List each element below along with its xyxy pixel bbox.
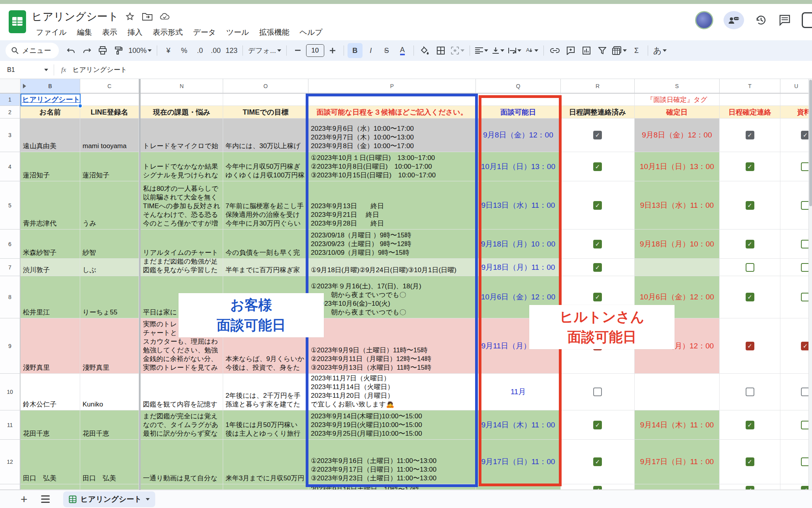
- cell-candidates[interactable]: ①2023年10月１日(日曜日) 13:00~17:00 ②2023年10月8日…: [308, 152, 476, 181]
- cell-confirmed-date[interactable]: [635, 259, 720, 276]
- cell-candidates[interactable]: ①2023年9月16日（土曜日）11:00〜13:00 ②2023年9月17日（…: [308, 440, 476, 484]
- vertical-align-button[interactable]: [491, 43, 506, 58]
- avatar[interactable]: [695, 11, 713, 29]
- row-header-2[interactable]: 2: [0, 106, 21, 119]
- cell-goal[interactable]: [223, 484, 308, 490]
- cell-available[interactable]: 9月17日（日）11：00: [476, 440, 561, 484]
- move-to-folder-icon[interactable]: [142, 11, 152, 22]
- decrease-font-size-button[interactable]: [290, 43, 305, 58]
- italic-button[interactable]: I: [363, 43, 378, 58]
- cell-available[interactable]: 9月14日（木）11：00: [476, 410, 561, 440]
- cell-confirmed-date[interactable]: 9月14日（木）11：00: [635, 410, 720, 440]
- insert-comment-button[interactable]: [563, 43, 578, 58]
- column-header-C[interactable]: C: [80, 79, 139, 94]
- fill-handle[interactable]: [78, 103, 83, 108]
- checkbox-checked-icon[interactable]: ✓: [746, 342, 754, 350]
- menu-insert[interactable]: 挿入: [123, 26, 147, 39]
- cell-checkbox[interactable]: ✓: [780, 318, 812, 374]
- decrease-decimal-button[interactable]: .0: [192, 43, 207, 58]
- cell-checkbox[interactable]: ✓: [561, 152, 635, 181]
- cell[interactable]: [223, 94, 308, 106]
- cell-name[interactable]: 鈴木公仁子: [21, 374, 80, 410]
- cell-line-name[interactable]: 紗智: [80, 230, 139, 259]
- cell-available[interactable]: 11月: [476, 374, 561, 410]
- cell-name[interactable]: 渋川敦子: [21, 259, 80, 276]
- column-header-T[interactable]: T: [720, 79, 780, 94]
- cell-available[interactable]: [476, 484, 561, 490]
- cell-checkbox[interactable]: ✓: [720, 410, 780, 440]
- cell-checkbox[interactable]: ✓: [720, 318, 780, 374]
- checkbox-checked-icon[interactable]: ✓: [593, 486, 602, 490]
- cell-checkbox[interactable]: ✓: [720, 181, 780, 230]
- strikethrough-button[interactable]: S: [379, 43, 394, 58]
- column-header-S[interactable]: S: [635, 79, 720, 94]
- cell-header-confirm-contact[interactable]: 日程確定連絡: [720, 106, 780, 119]
- cell-goal[interactable]: 今の負債を一刻も早く完: [223, 230, 308, 259]
- cell-sheet-title-link[interactable]: ヒアリングシート: [21, 94, 80, 106]
- checkbox-unchecked-icon[interactable]: [593, 388, 602, 396]
- cell-checkbox[interactable]: ✓: [561, 410, 635, 440]
- merge-cells-button[interactable]: [449, 43, 466, 58]
- cell-header-name[interactable]: お名前: [21, 106, 80, 119]
- column-header-P[interactable]: P: [308, 79, 476, 94]
- insert-link-button[interactable]: [547, 43, 562, 58]
- cell-checkbox[interactable]: ✓: [720, 119, 780, 152]
- checkbox-checked-icon[interactable]: ✓: [593, 293, 602, 301]
- checkbox-checked-icon[interactable]: ✓: [593, 457, 602, 466]
- checkbox-checked-icon[interactable]: ✓: [746, 457, 754, 466]
- column-header-O[interactable]: O: [223, 79, 308, 94]
- column-header-N[interactable]: N: [141, 79, 223, 94]
- row-header[interactable]: 4: [0, 152, 21, 181]
- sheets-logo[interactable]: [9, 10, 26, 33]
- increase-decimal-button[interactable]: .00: [208, 43, 223, 58]
- cell-name[interactable]: 淺野真里: [21, 318, 80, 374]
- search-menus-pill[interactable]: メニュー: [6, 43, 59, 58]
- borders-button[interactable]: [433, 43, 448, 58]
- cell-checkbox[interactable]: [780, 276, 812, 318]
- fill-color-button[interactable]: [417, 43, 432, 58]
- cell-header-goal[interactable]: TIMEでの目標: [223, 106, 308, 119]
- cell-candidates[interactable]: ①2023年９月16(土)、17(日)、18(月) 朝から夜までいつでも〇 ②2…: [308, 276, 476, 318]
- cell-name[interactable]: 米森紗智子: [21, 230, 80, 259]
- cell-candidates[interactable]: 2023/09/18（月曜日 ）9時〜15時 2023/09/23（土曜日） 9…: [308, 230, 476, 259]
- table-views-button[interactable]: [611, 43, 628, 58]
- cell-checkbox[interactable]: ✓: [561, 440, 635, 484]
- cell-line-name[interactable]: 淺野真里: [80, 318, 139, 374]
- cell[interactable]: [720, 94, 780, 106]
- checkbox-checked-icon[interactable]: ✓: [746, 131, 754, 139]
- cell[interactable]: [80, 94, 139, 106]
- cell-candidates[interactable]: 2023年9月14日(木曜日)10:00〜15:00 2023年9月19日(火曜…: [308, 410, 476, 440]
- cell-goal[interactable]: 年内には、30万以上稼げ: [223, 119, 308, 152]
- row-header[interactable]: 8: [0, 276, 21, 318]
- cell-checkbox[interactable]: [780, 410, 812, 440]
- bold-button[interactable]: B: [348, 43, 363, 58]
- cell-candidates[interactable]: 2023年9月16日土曜日 10時〜17時: [308, 484, 476, 490]
- row-header-1[interactable]: 1: [0, 94, 21, 106]
- cell-checkbox[interactable]: ✓: [561, 484, 635, 490]
- cell-available[interactable]: 9月8日（金）12：00: [476, 119, 561, 152]
- cell-issue[interactable]: トレードでなかなか結果 シグナルを見つけられな: [141, 152, 223, 181]
- checkbox-checked-icon[interactable]: ✓: [593, 201, 602, 210]
- cell-header-issue[interactable]: 現在の課題・悩み: [141, 106, 223, 119]
- text-color-button[interactable]: A: [395, 43, 410, 58]
- create-filter-button[interactable]: [595, 43, 610, 58]
- cell-goal[interactable]: 7年前に脳梗塞を起こし手 保険適用外の治療を受け 今年中に月30万円ぐらい: [223, 181, 308, 230]
- increase-font-size-button[interactable]: [325, 43, 340, 58]
- cell-header-material[interactable]: 資料: [780, 106, 812, 119]
- cell-issue[interactable]: リアルタイムのチャート: [141, 230, 223, 259]
- document-title[interactable]: ヒアリングシート: [32, 9, 118, 24]
- row-header[interactable]: 9: [0, 318, 21, 374]
- cell-confirmed-date[interactable]: 10月1日（日）13：00: [635, 152, 720, 181]
- input-method-button[interactable]: あ: [652, 43, 669, 58]
- cell-name[interactable]: 松井里江: [21, 276, 80, 318]
- cell-line-name[interactable]: りーちょ55: [80, 276, 139, 318]
- menu-data[interactable]: データ: [189, 26, 220, 39]
- cell-checkbox[interactable]: [780, 181, 812, 230]
- cell-name[interactable]: 花田千恵: [21, 410, 80, 440]
- font-select[interactable]: デフォ...: [246, 43, 282, 58]
- cell-line-name[interactable]: しぶ: [80, 259, 139, 276]
- cell-checkbox[interactable]: ✓: [720, 484, 780, 490]
- format-percent-button[interactable]: %: [177, 43, 192, 58]
- paint-format-button[interactable]: [111, 43, 126, 58]
- share-button[interactable]: [724, 11, 744, 29]
